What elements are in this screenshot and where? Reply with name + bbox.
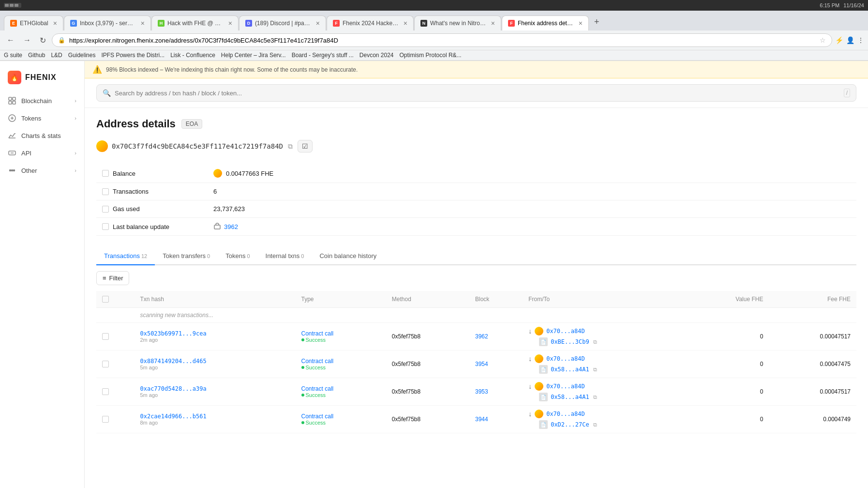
- gas-used-label: Gas used: [113, 205, 140, 213]
- qr-button[interactable]: ☑: [298, 140, 313, 152]
- bookmark-optimism[interactable]: Optimism Protocol R&...: [400, 52, 462, 59]
- reload-button[interactable]: ↻: [37, 34, 49, 47]
- filter-button[interactable]: ≡ Filter: [96, 271, 129, 285]
- row1-to-link[interactable]: 0xBE...3Cb9: [551, 338, 589, 345]
- row3-hash-link[interactable]: 0xac770d5428...a39a: [140, 385, 206, 392]
- tab-close-fhenixaddr[interactable]: ×: [579, 19, 583, 27]
- row4-to-copy[interactable]: ⧉: [593, 422, 597, 428]
- row4-to-link[interactable]: 0xD2...27Ce: [551, 421, 589, 428]
- taskbar-right: 6:15 PM 11/16/24: [820, 2, 864, 8]
- row4-hash-link[interactable]: 0x2cae14d966...b561: [140, 413, 206, 420]
- last-balance-block-link[interactable]: 3962: [224, 223, 238, 230]
- row3-block-link[interactable]: 3953: [475, 388, 488, 395]
- new-tab-button[interactable]: +: [589, 14, 604, 30]
- row2-to-link[interactable]: 0x58...a4A1: [551, 366, 589, 373]
- sidebar-item-tokens[interactable]: Tokens ›: [0, 109, 84, 127]
- row4-from-link[interactable]: 0x70...a84D: [546, 411, 584, 417]
- tab-ethglobal[interactable]: E ETHGlobal ×: [4, 15, 63, 30]
- row1-status: Success: [301, 337, 380, 343]
- row3-value: 0: [688, 378, 769, 406]
- tab-token-transfers-label: Token transfers: [163, 252, 206, 259]
- row2-block-link[interactable]: 3954: [475, 361, 488, 367]
- bookmark-gsuite[interactable]: G suite: [4, 52, 22, 59]
- sidebar-item-api-left: API: [8, 149, 31, 157]
- address-row: 0x70C3f7fd4c9bECA84c5e3Ff117e41c7219f7a8…: [96, 140, 856, 152]
- transactions-checkbox[interactable]: [102, 188, 109, 195]
- sidebar-item-api[interactable]: API ›: [0, 144, 84, 162]
- forward-button[interactable]: →: [20, 34, 34, 46]
- tab-internal-txns[interactable]: Internal txns0: [258, 247, 312, 265]
- taskbar: 6:15 PM 11/16/24: [0, 0, 868, 11]
- extensions-icon[interactable]: ⚡: [835, 36, 843, 44]
- copy-address-button[interactable]: ⧉: [287, 141, 294, 152]
- row1-type: Contract call: [301, 330, 380, 337]
- back-button[interactable]: ←: [4, 34, 17, 46]
- tab-close-ethglobal[interactable]: ×: [53, 19, 57, 27]
- tab-tokens[interactable]: Tokens0: [218, 247, 257, 265]
- last-balance-checkbox[interactable]: [102, 223, 109, 230]
- tab-inbox[interactable]: G Inbox (3,979) - sergey... ×: [64, 15, 151, 30]
- row2-hash-cell: 0x8874149204...d465 5m ago: [134, 351, 295, 378]
- row2-from-link[interactable]: 0x70...a84D: [546, 355, 584, 362]
- sidebar-item-charts[interactable]: Charts & stats: [0, 127, 84, 144]
- tab-token-transfers[interactable]: Token transfers0: [155, 247, 218, 265]
- sidebar-item-blockchain-left: Blockchain: [8, 96, 52, 105]
- tab-label-fhenixaddr: Fhenix address detail...: [518, 20, 574, 27]
- bookmark-ld[interactable]: L&D: [51, 52, 62, 59]
- tab-discord[interactable]: D (189) Discord | #part... ×: [239, 15, 326, 30]
- row2-checkbox[interactable]: [102, 361, 109, 367]
- menu-icon[interactable]: ⋮: [857, 36, 864, 44]
- row1-hash-link[interactable]: 0x5023b69971...9cea: [140, 330, 206, 337]
- gas-used-label-cell: Gas used: [96, 200, 208, 218]
- star-icon[interactable]: ☆: [820, 36, 826, 44]
- tab-hackfhe[interactable]: H Hack with FHE @ ETH... ×: [151, 15, 239, 30]
- row1-success-dot: [301, 338, 304, 341]
- search-input[interactable]: [115, 90, 840, 97]
- tab-close-inbox[interactable]: ×: [141, 19, 145, 27]
- row1-from-link[interactable]: 0x70...a84D: [546, 328, 584, 335]
- bookmark-ipfs[interactable]: IPFS Powers the Distri...: [101, 52, 165, 59]
- row3-checkbox[interactable]: [102, 388, 109, 395]
- tab-close-hackfhe[interactable]: ×: [228, 19, 232, 27]
- tab-transactions[interactable]: Transactions12: [96, 247, 155, 265]
- filter-row: ≡ Filter: [96, 265, 856, 291]
- tab-close-fhenix2024[interactable]: ×: [404, 19, 407, 27]
- bookmark-guidelines[interactable]: Guidelines: [68, 52, 96, 59]
- tab-fhenixaddr[interactable]: F Fhenix address detail... ×: [502, 15, 589, 30]
- row1-to-copy[interactable]: ⧉: [593, 339, 597, 345]
- row4-checkbox[interactable]: [102, 416, 109, 423]
- sidebar-item-blockchain[interactable]: Blockchain ›: [0, 92, 84, 109]
- tab-fhenix2024[interactable]: F Fhenix 2024 Hacker G... ×: [327, 15, 414, 30]
- bookmark-devcon[interactable]: Devcon 2024: [359, 52, 394, 59]
- th-from-to: From/To: [523, 291, 688, 308]
- tab-close-nitro[interactable]: ×: [491, 19, 495, 27]
- bookmark-lisk[interactable]: Lisk - Confluence: [170, 52, 215, 59]
- row3-to-link[interactable]: 0x58...a4A1: [551, 394, 589, 400]
- row4-block-link[interactable]: 3944: [475, 416, 488, 423]
- sidebar-item-other[interactable]: Other ›: [0, 162, 84, 179]
- svg-rect-3: [13, 101, 15, 104]
- tab-coin-balance-history[interactable]: Coin balance history: [312, 247, 384, 265]
- row3-from-link[interactable]: 0x70...a84D: [546, 383, 584, 390]
- bookmark-github[interactable]: Github: [28, 52, 45, 59]
- row2-to-copy[interactable]: ⧉: [593, 366, 597, 373]
- balance-checkbox[interactable]: [102, 170, 109, 177]
- tab-nitro[interactable]: N What's new in Nitroz... ×: [414, 15, 501, 30]
- search-input-container[interactable]: 🔍 /: [96, 84, 856, 102]
- row2-method: 0x5fef75b8: [386, 351, 469, 378]
- address-hash: 0x70C3f7fd4c9bECA84c5e3Ff117e41c7219f7a8…: [112, 142, 283, 150]
- row1-type-cell: Contract call Success: [296, 323, 386, 351]
- row2-hash-link[interactable]: 0x8874149204...d465: [140, 358, 206, 365]
- address-bar[interactable]: 🔒 https://explorer.nitrogen.fhenix.zone/…: [52, 33, 832, 47]
- row1-checkbox[interactable]: [102, 333, 109, 340]
- tab-close-discord[interactable]: ×: [316, 19, 320, 27]
- bookmark-helpjira[interactable]: Help Center – Jira Serv...: [221, 52, 286, 59]
- row1-block-cell: 3962: [469, 323, 523, 351]
- scanning-row: scanning new transactions...: [96, 308, 856, 323]
- select-all-checkbox[interactable]: [102, 296, 109, 303]
- row1-block-link[interactable]: 3962: [475, 333, 488, 340]
- profile-icon[interactable]: 👤: [846, 36, 854, 44]
- gas-used-checkbox[interactable]: [102, 206, 109, 213]
- row3-to-copy[interactable]: ⧉: [593, 394, 597, 400]
- bookmark-board[interactable]: Board - Sergey's stuff ...: [292, 52, 354, 59]
